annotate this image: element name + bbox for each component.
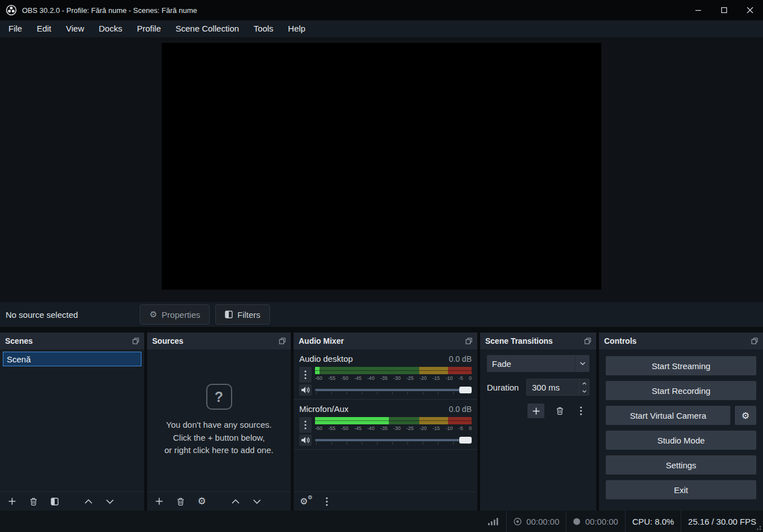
mute-button[interactable]: [299, 384, 312, 396]
scene-transitions-title: Scene Transitions: [485, 336, 553, 345]
volume-slider-handle[interactable]: [459, 387, 472, 393]
speaker-icon: [301, 436, 310, 444]
advanced-audio-properties-button[interactable]: ⚙ ⚙: [299, 495, 312, 508]
float-dock-icon[interactable]: [279, 338, 286, 344]
menu-view[interactable]: View: [59, 20, 91, 37]
unknown-source-icon: ?: [206, 384, 232, 410]
scene-item[interactable]: Scenă: [3, 352, 141, 366]
properties-button-label: Properties: [162, 310, 200, 320]
controls-dock-header[interactable]: Controls: [599, 333, 763, 349]
duration-decrement-button[interactable]: [579, 387, 589, 395]
menu-file[interactable]: File: [1, 20, 29, 37]
float-dock-icon[interactable]: [584, 338, 591, 344]
volume-slider[interactable]: [315, 435, 472, 445]
volume-slider-handle[interactable]: [459, 437, 472, 444]
float-dock-icon[interactable]: [751, 338, 758, 344]
scale-label: -60: [315, 425, 322, 431]
volume-meter-level: [315, 417, 389, 424]
settings-button[interactable]: Settings: [606, 455, 756, 475]
transition-select[interactable]: Fade: [487, 355, 589, 372]
close-icon: [747, 7, 753, 14]
transition-options-button[interactable]: [575, 405, 587, 417]
menu-docks[interactable]: Docks: [91, 20, 130, 37]
controls-dock: Controls Start Streaming Start Recording…: [599, 333, 763, 511]
recording-status: 00:00:00: [507, 511, 566, 532]
scale-label: -10: [446, 425, 453, 431]
menu-tools[interactable]: Tools: [246, 20, 281, 37]
scale-label: -10: [446, 375, 453, 381]
scenes-dock-header[interactable]: Scenes: [0, 333, 144, 349]
menu-help[interactable]: Help: [281, 20, 313, 37]
move-source-down-button[interactable]: [251, 495, 263, 508]
start-streaming-button[interactable]: Start Streaming: [606, 356, 756, 375]
kebab-icon: [304, 370, 307, 379]
scale-label: -25: [406, 375, 414, 381]
network-status: [481, 511, 506, 532]
duration-value[interactable]: 300 ms: [527, 379, 579, 395]
menu-profile[interactable]: Profile: [130, 20, 168, 37]
start-virtual-camera-button[interactable]: Start Virtual Camera: [606, 406, 730, 425]
move-scene-up-button[interactable]: [82, 495, 95, 508]
scene-list: Scenă: [0, 349, 144, 491]
statusbar: 00:00:00 00:00:00 CPU: 8.0% 25.16 / 30.0…: [0, 511, 763, 532]
mixer-options-button[interactable]: [321, 495, 333, 508]
duration-label: Duration: [487, 383, 519, 392]
menu-scene-collection[interactable]: Scene Collection: [168, 20, 247, 37]
sources-empty-area[interactable]: ? You don't have any sources. Click the …: [147, 349, 291, 491]
move-source-up-button[interactable]: [229, 495, 242, 508]
scene-transitions-dock: Scene Transitions Fade Duration 300 ms: [480, 333, 596, 511]
dock-gap: [0, 327, 763, 333]
chevron-up-icon: [85, 499, 92, 504]
gear-icon: ⚙: [149, 309, 157, 320]
add-source-button[interactable]: [153, 495, 165, 508]
move-scene-down-button[interactable]: [104, 495, 116, 508]
menu-edit[interactable]: Edit: [29, 20, 59, 37]
virtual-camera-settings-button[interactable]: ⚙: [735, 406, 756, 425]
obs-window: OBS 30.2.0 - Profile: Fără nume - Scenes…: [0, 0, 763, 532]
filters-button[interactable]: Filters: [215, 304, 270, 325]
plus-icon: [8, 498, 16, 505]
window-title: OBS 30.2.0 - Profile: Fără nume - Scenes…: [22, 6, 197, 15]
start-recording-button[interactable]: Start Recording: [606, 381, 756, 400]
recording-time: 00:00:00: [526, 517, 559, 526]
remove-scene-button[interactable]: [27, 495, 39, 508]
add-scene-button[interactable]: [6, 495, 18, 508]
filters-button-label: Filters: [237, 310, 260, 320]
meter-scale: -60-55-50-45-40-35-30-25-20-15-10-50: [315, 425, 472, 431]
mute-button[interactable]: [299, 435, 312, 446]
scale-label: -30: [393, 425, 401, 431]
scene-transitions-dock-header[interactable]: Scene Transitions: [480, 333, 596, 349]
resize-grip[interactable]: [755, 524, 761, 530]
float-dock-icon[interactable]: [132, 338, 139, 344]
sources-dock-header[interactable]: Sources: [147, 333, 291, 349]
filters-icon: [225, 311, 233, 318]
sources-dock: Sources ? You don't have any sources. Cl…: [147, 333, 291, 511]
audio-mixer-dock-header[interactable]: Audio Mixer: [294, 333, 477, 349]
scale-label: -15: [432, 375, 440, 381]
cpu-usage: CPU: 8.0%: [632, 517, 674, 526]
float-dock-icon[interactable]: [465, 338, 472, 344]
scene-filters-button[interactable]: [48, 495, 61, 508]
preview-canvas[interactable]: [162, 43, 601, 290]
properties-button[interactable]: ⚙ Properties: [140, 304, 210, 325]
chevron-down-icon: [580, 362, 585, 365]
duration-increment-button[interactable]: [579, 379, 589, 387]
remove-source-button[interactable]: [174, 495, 187, 508]
maximize-button[interactable]: [711, 0, 737, 20]
channel-options-button[interactable]: [299, 417, 312, 433]
exit-button[interactable]: Exit: [606, 480, 756, 499]
channel-name: Microfon/Aux: [299, 404, 349, 414]
duration-spinbox[interactable]: 300 ms: [526, 379, 589, 396]
close-button[interactable]: [737, 0, 763, 20]
channel-volume-db: 0.0 dB: [449, 405, 472, 414]
studio-mode-button[interactable]: Studio Mode: [606, 431, 756, 450]
docks-row: Scenes Scenă: [0, 333, 763, 511]
channel-options-button[interactable]: [299, 367, 312, 383]
controls-title: Controls: [604, 336, 637, 345]
add-transition-button[interactable]: [527, 404, 544, 418]
source-properties-button[interactable]: ⚙: [196, 495, 208, 508]
minimize-button[interactable]: [685, 0, 711, 20]
streaming-indicator-icon: [573, 518, 580, 525]
remove-transition-button[interactable]: [553, 405, 566, 417]
volume-slider[interactable]: [315, 385, 472, 395]
